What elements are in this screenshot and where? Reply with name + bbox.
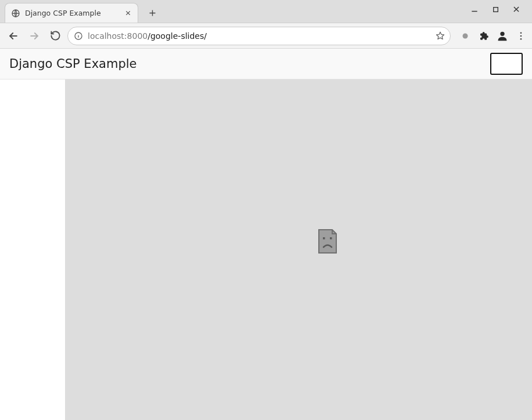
url-path: /google-slides/: [148, 31, 207, 41]
svg-point-7: [520, 38, 522, 39]
svg-point-3: [463, 33, 468, 38]
kebab-menu-icon[interactable]: [515, 30, 527, 42]
page-body: [0, 79, 532, 420]
toolbar-extensions: [454, 30, 527, 42]
maximize-icon[interactable]: [490, 4, 501, 15]
sad-page-icon: [317, 229, 338, 254]
extensions-puzzle-icon[interactable]: [477, 30, 490, 42]
bookmark-star-icon[interactable]: [435, 31, 445, 41]
svg-point-4: [500, 31, 504, 35]
url-port: :8000: [124, 31, 148, 41]
close-window-icon[interactable]: [511, 4, 522, 15]
globe-icon: [11, 9, 20, 18]
page-header: Django CSP Example: [0, 49, 532, 79]
url-text: localhost:8000/google-slides/: [88, 31, 430, 41]
forward-button[interactable]: [26, 27, 43, 45]
page-viewport: Django CSP Example: [0, 49, 532, 420]
svg-rect-9: [330, 237, 332, 240]
address-bar[interactable]: localhost:8000/google-slides/: [67, 27, 451, 45]
browser-tab[interactable]: Django CSP Example: [5, 3, 138, 23]
browser-toolbar: localhost:8000/google-slides/: [0, 23, 532, 49]
reload-button[interactable]: [46, 27, 64, 45]
svg-point-5: [520, 32, 522, 34]
site-info-icon[interactable]: [74, 31, 83, 41]
browser-tab-strip: Django CSP Example: [0, 0, 532, 23]
svg-rect-1: [493, 7, 498, 12]
svg-rect-8: [323, 237, 325, 240]
svg-point-6: [520, 35, 522, 37]
window-controls: [463, 0, 527, 16]
tab-title: Django CSP Example: [25, 9, 119, 17]
back-button[interactable]: [5, 27, 22, 45]
url-host: localhost: [88, 31, 124, 41]
page-title: Django CSP Example: [9, 57, 136, 71]
minimize-icon[interactable]: [469, 4, 480, 15]
blocked-iframe: [65, 79, 532, 420]
header-box-button[interactable]: [490, 53, 523, 75]
profile-avatar-icon[interactable]: [496, 30, 509, 42]
left-gutter: [0, 79, 65, 420]
close-tab-icon[interactable]: [124, 9, 132, 17]
extension-dot-icon[interactable]: [459, 30, 472, 42]
new-tab-button[interactable]: [144, 5, 160, 21]
